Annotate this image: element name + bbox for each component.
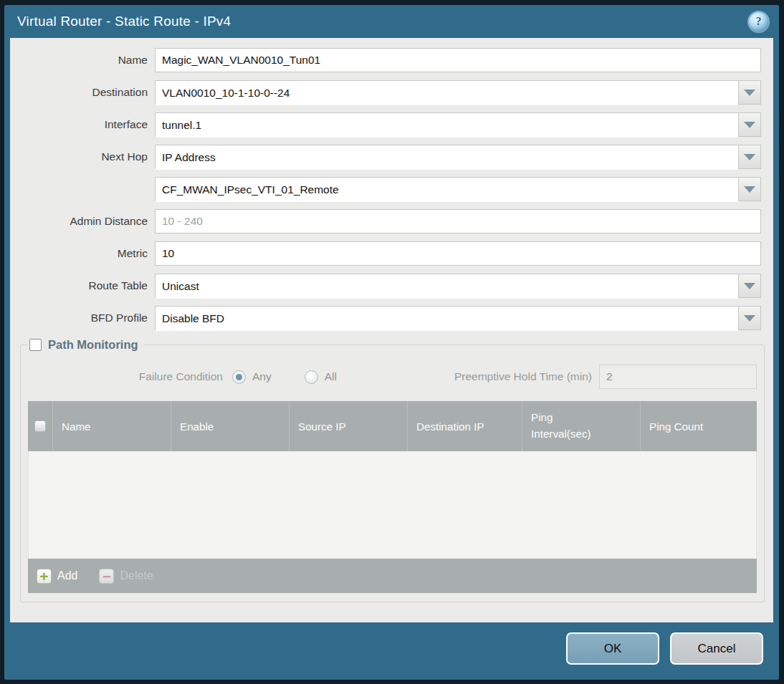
select-all-checkbox xyxy=(34,420,46,432)
form-row-next-hop: Next Hop xyxy=(10,145,773,169)
radio-all-label: All xyxy=(325,370,337,383)
form-row-admin-distance: Admin Distance xyxy=(10,209,773,233)
metric-label: Metric xyxy=(10,247,148,260)
form-row-bfd-profile: BFD Profile xyxy=(10,306,773,330)
title-bar: Virtual Router - Static Route - IPv4 ? xyxy=(4,5,779,38)
column-header-name: Name xyxy=(52,401,171,451)
preemptive-hold-time-group: Preemptive Hold Time (min) xyxy=(454,365,757,389)
plus-icon: + xyxy=(37,569,52,584)
column-header-destination-ip: Destination IP xyxy=(407,401,522,451)
next-hop-dropdown-button[interactable] xyxy=(738,145,760,168)
chevron-down-icon xyxy=(744,90,755,96)
help-icon[interactable]: ? xyxy=(749,12,768,32)
route-table-input[interactable] xyxy=(156,274,738,299)
column-header-enable: Enable xyxy=(171,401,289,451)
chevron-down-icon xyxy=(744,154,755,160)
path-monitoring-checkbox[interactable] xyxy=(29,339,42,351)
failure-condition-row: Failure Condition Any All Preemptive Hol… xyxy=(28,365,757,389)
dialog-frame: Virtual Router - Static Route - IPv4 ? N… xyxy=(4,5,779,680)
chevron-down-icon xyxy=(744,315,755,322)
form-row-route-table: Route Table xyxy=(10,274,773,298)
path-monitoring-legend: Path Monitoring xyxy=(28,338,144,352)
name-label: Name xyxy=(10,54,148,67)
dialog-content: Name Destination Interface xyxy=(10,38,773,622)
interface-input[interactable] xyxy=(156,113,738,138)
bfd-profile-input[interactable] xyxy=(156,307,738,331)
chevron-down-icon xyxy=(744,122,755,128)
column-header-ping-count: Ping Count xyxy=(640,401,757,451)
dialog-window: Virtual Router - Static Route - IPv4 ? N… xyxy=(0,0,784,684)
route-table-dropdown-button[interactable] xyxy=(738,274,760,297)
minus-icon: − xyxy=(99,569,114,584)
admin-distance-input[interactable] xyxy=(155,209,761,233)
question-mark-glyph: ? xyxy=(756,16,762,27)
table-footer: + Add − Delete xyxy=(28,559,757,593)
preemptive-hold-time-label: Preemptive Hold Time (min) xyxy=(454,370,592,383)
failure-condition-radio-group: Any All xyxy=(232,370,370,384)
form-row-interface: Interface xyxy=(10,112,773,137)
delete-button-label: Delete xyxy=(120,569,153,582)
metric-input[interactable] xyxy=(155,241,761,266)
add-button[interactable]: + Add xyxy=(37,569,77,584)
next-hop-address-dropdown-button[interactable] xyxy=(738,178,760,201)
next-hop-label: Next Hop xyxy=(10,150,148,163)
name-input[interactable] xyxy=(155,48,761,72)
admin-distance-label: Admin Distance xyxy=(10,215,148,228)
radio-all xyxy=(305,370,318,384)
add-button-label: Add xyxy=(57,569,77,582)
bfd-profile-dropdown-button[interactable] xyxy=(738,307,760,329)
table-body-empty xyxy=(28,451,757,559)
delete-button: − Delete xyxy=(99,569,153,584)
column-header-ping-interval: Ping Interval(sec) xyxy=(522,401,640,451)
chevron-down-icon xyxy=(744,186,755,193)
form-row-name: Name xyxy=(10,48,773,72)
preemptive-hold-time-input xyxy=(599,365,757,389)
ok-button[interactable]: OK xyxy=(566,632,659,665)
form-row-next-hop-address xyxy=(10,177,773,201)
failure-condition-label: Failure Condition xyxy=(28,370,223,383)
form-row-destination: Destination xyxy=(10,80,773,105)
interface-label: Interface xyxy=(10,118,148,131)
next-hop-type-input[interactable] xyxy=(156,145,738,170)
cancel-button[interactable]: Cancel xyxy=(670,632,763,665)
dialog-title: Virtual Router - Static Route - IPv4 xyxy=(17,14,231,29)
radio-any xyxy=(232,370,246,384)
path-monitoring-title: Path Monitoring xyxy=(48,338,138,352)
radio-any-label: Any xyxy=(252,370,272,383)
destination-label: Destination xyxy=(10,86,148,99)
form-row-metric: Metric xyxy=(10,241,773,266)
path-monitoring-table: Name Enable Source IP Destination IP Pin xyxy=(28,401,757,593)
destination-input[interactable] xyxy=(156,81,738,105)
next-hop-address-input[interactable] xyxy=(156,178,738,202)
route-table-label: Route Table xyxy=(10,279,148,292)
chevron-down-icon xyxy=(744,283,755,289)
dialog-footer: OK Cancel xyxy=(4,622,779,680)
column-header-source-ip: Source IP xyxy=(289,401,407,451)
path-monitoring-section: Path Monitoring Failure Condition Any Al… xyxy=(20,338,765,602)
header-select-all-cell xyxy=(28,401,52,451)
destination-dropdown-button[interactable] xyxy=(738,81,760,104)
interface-dropdown-button[interactable] xyxy=(738,113,760,136)
bfd-profile-label: BFD Profile xyxy=(10,312,148,324)
table-header: Name Enable Source IP Destination IP Pin xyxy=(28,401,757,451)
